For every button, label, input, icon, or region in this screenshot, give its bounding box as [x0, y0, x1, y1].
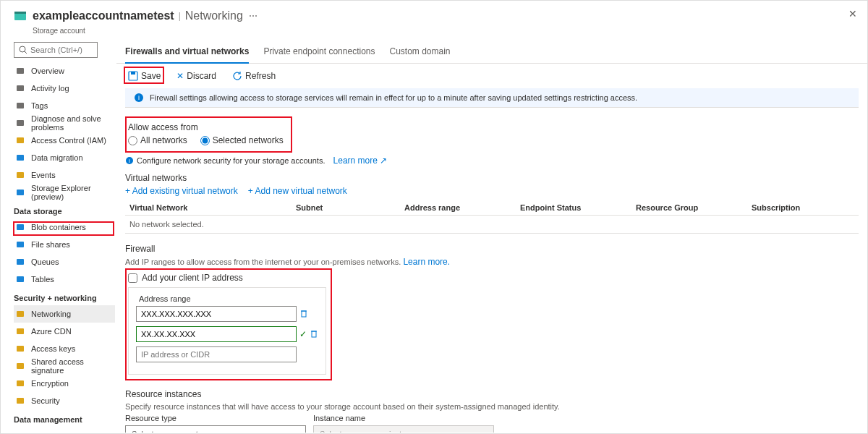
col-address-range: Address range — [404, 203, 520, 212]
col-virtual-network: Virtual Network — [129, 203, 296, 212]
account-name: exampleaccountnametest — [33, 9, 174, 22]
svg-rect-21 — [17, 398, 24, 404]
firewall-config-box: Add your client IP address Address range… — [125, 268, 332, 380]
sidebar-group-data-management: Data management — [14, 415, 115, 424]
nav-icon — [15, 344, 25, 354]
add-client-ip-checkbox[interactable] — [128, 273, 137, 283]
tab-private-endpoint[interactable]: Private endpoint connections — [263, 46, 375, 63]
svg-text:i: i — [138, 94, 140, 101]
svg-rect-18 — [17, 346, 24, 352]
ip-range-input-new[interactable] — [136, 346, 297, 362]
radio-selected-networks[interactable]: Selected networks — [200, 135, 284, 145]
sidebar-item-shared-access-signature[interactable]: Shared access signature — [14, 357, 115, 375]
resource-type-label: Storage account — [1, 27, 867, 39]
svg-rect-8 — [17, 137, 24, 143]
resource-type-select[interactable]: Select a resource type⌵ — [125, 425, 306, 433]
nav-icon — [15, 153, 25, 163]
page-section: Networking — [185, 9, 243, 22]
discard-button[interactable]: ✕ Discard — [174, 69, 219, 82]
nav-icon — [15, 326, 25, 336]
refresh-icon — [232, 71, 242, 81]
nav-icon — [15, 274, 25, 284]
svg-rect-16 — [17, 311, 24, 317]
nav-icon — [15, 101, 25, 111]
instance-name-label: Instance name — [313, 414, 494, 422]
learn-more-link[interactable]: Learn more ↗ — [333, 156, 388, 166]
sidebar-item-tags[interactable]: Tags — [14, 97, 115, 114]
vnet-table: Virtual Network Subnet Address range End… — [125, 200, 859, 234]
svg-rect-4 — [17, 68, 24, 74]
svg-rect-20 — [17, 380, 24, 386]
svg-rect-19 — [17, 363, 24, 369]
allow-access-section: Allow access from All networks Selected … — [125, 116, 292, 153]
sidebar-item-storage-explorer-preview-[interactable]: Storage Explorer (preview) — [14, 184, 115, 201]
nav-icon — [15, 361, 25, 371]
nav-icon — [15, 378, 25, 388]
sidebar-item-azure-cdn[interactable]: Azure CDN — [14, 323, 115, 340]
radio-all-networks[interactable]: All networks — [128, 135, 187, 145]
sidebar-item-overview[interactable]: Overview — [14, 62, 115, 80]
firewall-learn-more-link[interactable]: Learn more. — [403, 257, 450, 267]
nav-icon — [15, 257, 25, 267]
address-range-fieldset: Address range ✓ — [128, 287, 326, 375]
allow-access-label: Allow access from — [128, 122, 284, 132]
sidebar: OverviewActivity logTagsDiagnose and sol… — [1, 39, 116, 433]
svg-rect-15 — [17, 276, 24, 282]
nav-icon — [15, 170, 25, 180]
firewall-title: Firewall — [125, 244, 859, 254]
ip-range-input-1[interactable] — [136, 326, 297, 342]
svg-rect-7 — [17, 120, 24, 126]
sidebar-item-data-migration[interactable]: Data migration — [14, 149, 115, 166]
delete-ip-row-1[interactable] — [310, 329, 318, 340]
chevron-down-icon: ⌵ — [294, 430, 299, 433]
resource-instances-title: Resource instances — [125, 389, 859, 399]
nav-icon — [15, 396, 25, 406]
trash-icon — [310, 329, 318, 338]
svg-text:i: i — [129, 158, 130, 164]
close-button[interactable]: ✕ — [848, 8, 857, 20]
tab-firewalls[interactable]: Firewalls and virtual networks — [125, 46, 249, 64]
sidebar-item-queues[interactable]: Queues — [14, 253, 115, 271]
sidebar-item-diagnose-and-solve-problems[interactable]: Diagnose and solve problems — [14, 114, 115, 132]
more-actions-button[interactable]: ⋯ — [249, 11, 258, 21]
sidebar-item-events[interactable]: Events — [14, 166, 115, 184]
sidebar-item-blob-containers[interactable]: Blob containers — [14, 218, 115, 236]
svg-line-3 — [25, 51, 27, 54]
add-existing-vnet-link[interactable]: + Add existing virtual network — [125, 186, 238, 196]
vnet-title: Virtual networks — [125, 173, 859, 183]
nav-icon — [15, 187, 25, 197]
sidebar-item-file-shares[interactable]: File shares — [14, 236, 115, 253]
sidebar-item-access-keys[interactable]: Access keys — [14, 340, 115, 357]
tab-custom-domain[interactable]: Custom domain — [390, 46, 451, 63]
nav-icon — [15, 83, 25, 93]
refresh-button[interactable]: Refresh — [229, 69, 278, 82]
svg-rect-1 — [14, 12, 26, 14]
nav-icon — [15, 309, 25, 319]
sidebar-item-tables[interactable]: Tables — [14, 271, 115, 288]
svg-rect-9 — [17, 155, 24, 161]
command-bar: Save ✕ Discard Refresh — [116, 64, 867, 88]
nav-icon — [15, 239, 25, 250]
delete-ip-row-0[interactable] — [299, 309, 308, 320]
svg-rect-6 — [17, 103, 24, 109]
svg-rect-11 — [17, 190, 24, 195]
sidebar-item-activity-log[interactable]: Activity log — [14, 80, 115, 97]
svg-rect-32 — [131, 72, 135, 75]
chevron-down-icon: ⌵ — [482, 430, 488, 433]
svg-rect-10 — [17, 172, 24, 178]
info-banner: i Firewall settings allowing access to s… — [125, 88, 859, 108]
add-new-vnet-link[interactable]: + Add new virtual network — [248, 186, 347, 196]
info-icon: i — [125, 156, 134, 165]
save-button[interactable]: Save — [125, 69, 163, 82]
search-input[interactable] — [30, 46, 93, 54]
sidebar-item-access-control-iam-[interactable]: Access Control (IAM) — [14, 132, 115, 149]
sidebar-item-encryption[interactable]: Encryption — [14, 375, 115, 392]
search-input-wrapper[interactable] — [14, 42, 98, 58]
sidebar-item-geo-replication[interactable]: Geo-replication — [14, 427, 115, 433]
vnet-empty-row: No network selected. — [125, 216, 859, 234]
svg-point-2 — [20, 46, 25, 52]
sidebar-group-data-storage: Data storage — [14, 207, 115, 216]
sidebar-item-networking[interactable]: Networking — [14, 305, 115, 323]
sidebar-item-security[interactable]: Security — [14, 392, 115, 409]
ip-range-input-0[interactable] — [136, 306, 297, 322]
